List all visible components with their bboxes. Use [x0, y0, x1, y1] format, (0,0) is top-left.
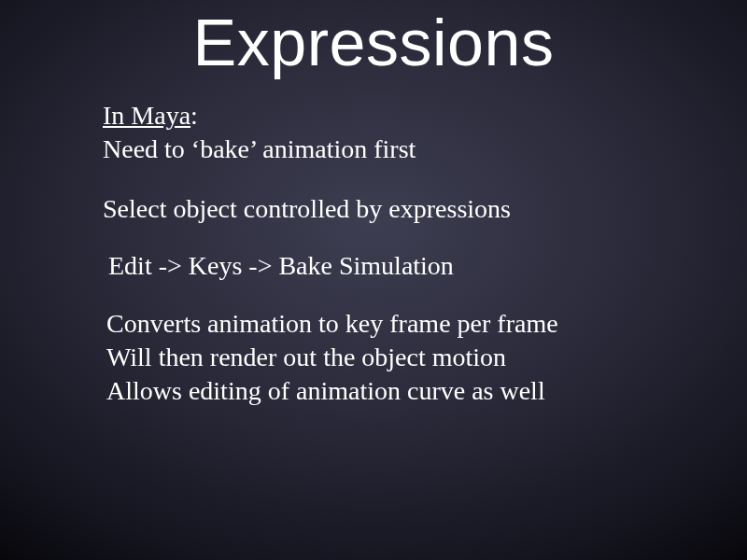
intro-heading-underlined: In Maya [103, 101, 190, 130]
results-line-2: Will then render out the object motion [106, 341, 691, 374]
slide-title: Expressions [0, 6, 747, 80]
results-line-1: Converts animation to key frame per fram… [106, 307, 691, 341]
select-line: Select object controlled by expressions [103, 192, 691, 226]
slide: Expressions In Maya: Need to ‘bake’ anim… [0, 6, 747, 560]
section-select: Select object controlled by expressions [103, 192, 691, 226]
results-line-3: Allows editing of animation curve as wel… [106, 374, 691, 408]
section-results: Converts animation to key frame per fram… [103, 307, 691, 407]
intro-heading-rest: : [190, 101, 198, 130]
menu-path-line: Edit -> Keys -> Bake Simulation [108, 249, 691, 283]
intro-heading-line: In Maya: [103, 99, 691, 133]
section-menu-path: Edit -> Keys -> Bake Simulation [103, 249, 691, 283]
intro-line-2: Need to ‘bake’ animation first [103, 133, 691, 166]
section-intro: In Maya: Need to ‘bake’ animation first [103, 99, 691, 166]
slide-body: In Maya: Need to ‘bake’ animation first … [0, 99, 747, 408]
